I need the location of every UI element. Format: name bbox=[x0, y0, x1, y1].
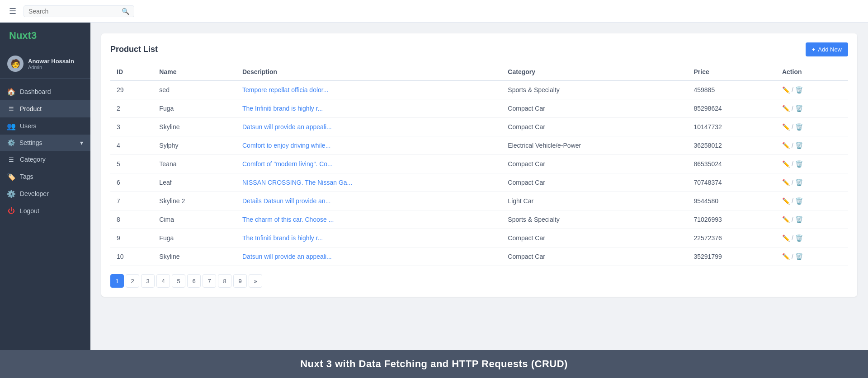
developer-icon: ⚙️ bbox=[7, 190, 15, 198]
edit-button[interactable]: ✏️ bbox=[782, 142, 790, 149]
cell-price: 459885 bbox=[687, 80, 776, 99]
sidebar-item-label: Tags bbox=[20, 173, 33, 180]
edit-button[interactable]: ✏️ bbox=[782, 105, 790, 112]
cell-category: Compact Car bbox=[501, 247, 687, 266]
sidebar-item-label: Category bbox=[20, 156, 46, 163]
product-icon: ☰ bbox=[7, 105, 15, 113]
delete-button[interactable]: 🗑️ bbox=[795, 86, 803, 93]
cell-id: 3 bbox=[110, 118, 153, 136]
cell-id: 8 bbox=[110, 210, 153, 229]
product-table: ID Name Description Category Price Actio… bbox=[110, 64, 848, 266]
hamburger-icon[interactable]: ☰ bbox=[9, 6, 16, 16]
sidebar-logo: Nuxt3 bbox=[0, 23, 90, 49]
cell-name: Skyline bbox=[153, 118, 236, 136]
delete-button[interactable]: 🗑️ bbox=[795, 253, 803, 260]
page-button[interactable]: 6 bbox=[187, 274, 201, 288]
cell-action: ✏️ / 🗑️ bbox=[776, 99, 848, 118]
cell-description: Comfort to enjoy driving while... bbox=[236, 136, 501, 155]
page-button[interactable]: 8 bbox=[218, 274, 231, 288]
cell-id: 10 bbox=[110, 247, 153, 266]
sidebar-item-dashboard[interactable]: 🏠 Dashboard bbox=[0, 83, 90, 100]
page-button[interactable]: 2 bbox=[126, 274, 139, 288]
logo-accent: 3 bbox=[31, 30, 37, 41]
search-input[interactable] bbox=[28, 8, 119, 15]
cell-description: Datsun will provide an appeali... bbox=[236, 118, 501, 136]
edit-button[interactable]: ✏️ bbox=[782, 123, 790, 131]
cell-price: 70748374 bbox=[687, 173, 776, 192]
page-title: Product List bbox=[110, 45, 158, 54]
page-button[interactable]: 5 bbox=[172, 274, 185, 288]
sidebar-item-tags[interactable]: 🏷️ Tags bbox=[0, 168, 90, 185]
cell-description: The charm of this car. Choose ... bbox=[236, 210, 501, 229]
sidebar-item-label: Settings bbox=[19, 139, 42, 146]
edit-button[interactable]: ✏️ bbox=[782, 216, 790, 223]
action-separator: / bbox=[792, 86, 793, 93]
delete-button[interactable]: 🗑️ bbox=[795, 179, 803, 186]
sidebar-item-logout[interactable]: ⏻ Logout bbox=[0, 202, 90, 219]
edit-button[interactable]: ✏️ bbox=[782, 197, 790, 205]
sidebar-item-label: Product bbox=[20, 105, 42, 112]
cell-description: NISSAN CROSSING. The Nissan Ga... bbox=[236, 173, 501, 192]
cell-name: Leaf bbox=[153, 173, 236, 192]
cell-id: 9 bbox=[110, 229, 153, 247]
edit-button[interactable]: ✏️ bbox=[782, 179, 790, 186]
tags-icon: 🏷️ bbox=[7, 173, 15, 181]
page-button[interactable]: 9 bbox=[233, 274, 247, 288]
col-description: Description bbox=[236, 64, 501, 80]
delete-button[interactable]: 🗑️ bbox=[795, 105, 803, 112]
sidebar-item-label: Logout bbox=[20, 207, 39, 215]
col-category: Category bbox=[501, 64, 687, 80]
edit-button[interactable]: ✏️ bbox=[782, 234, 790, 242]
table-row: 6 Leaf NISSAN CROSSING. The Nissan Ga...… bbox=[110, 173, 848, 192]
search-icon[interactable]: 🔍 bbox=[122, 8, 129, 15]
delete-button[interactable]: 🗑️ bbox=[795, 160, 803, 168]
col-id: ID bbox=[110, 64, 153, 80]
delete-button[interactable]: 🗑️ bbox=[795, 197, 803, 205]
sidebar-item-category[interactable]: ☰ Category bbox=[0, 151, 90, 168]
cell-description: Tempore repellat officia dolor... bbox=[236, 80, 501, 99]
footer-banner: Nuxt 3 with Data Fetching and HTTP Reque… bbox=[0, 350, 868, 378]
cell-name: Cima bbox=[153, 210, 236, 229]
cell-description: The Infiniti brand is highly r... bbox=[236, 99, 501, 118]
page-button[interactable]: 7 bbox=[203, 274, 216, 288]
cell-action: ✏️ / 🗑️ bbox=[776, 229, 848, 247]
edit-button[interactable]: ✏️ bbox=[782, 253, 790, 260]
col-action: Action bbox=[776, 64, 848, 80]
user-info: Anowar Hossain Admin bbox=[28, 58, 74, 70]
cell-category: Compact Car bbox=[501, 118, 687, 136]
cell-price: 71026993 bbox=[687, 210, 776, 229]
banner-text: Nuxt 3 with Data Fetching and HTTP Reque… bbox=[300, 358, 568, 369]
action-separator: / bbox=[792, 123, 793, 131]
pagination: 123456789» bbox=[110, 274, 848, 288]
cell-category: Sports & Specialty bbox=[501, 210, 687, 229]
delete-button[interactable]: 🗑️ bbox=[795, 216, 803, 223]
sidebar-item-developer[interactable]: ⚙️ Developer bbox=[0, 185, 90, 202]
cell-price: 86535024 bbox=[687, 155, 776, 173]
table-row: 9 Fuga The Infiniti brand is highly r...… bbox=[110, 229, 848, 247]
cell-id: 4 bbox=[110, 136, 153, 155]
sidebar-item-users[interactable]: 👥 Users bbox=[0, 117, 90, 135]
sidebar-item-label: Developer bbox=[20, 190, 49, 197]
col-name: Name bbox=[153, 64, 236, 80]
cell-id: 6 bbox=[110, 173, 153, 192]
category-icon: ☰ bbox=[7, 155, 15, 163]
add-new-button[interactable]: + Add New bbox=[806, 42, 848, 56]
page-button[interactable]: 4 bbox=[156, 274, 170, 288]
cell-id: 2 bbox=[110, 99, 153, 118]
sidebar-nav: 🏠 Dashboard ☰ Product 👥 Users ⚙️ Setting… bbox=[0, 79, 90, 350]
cell-action: ✏️ / 🗑️ bbox=[776, 136, 848, 155]
cell-name: Sylphy bbox=[153, 136, 236, 155]
sidebar-item-product[interactable]: ☰ Product bbox=[0, 100, 90, 117]
page-button[interactable]: 3 bbox=[141, 274, 155, 288]
page-button[interactable]: » bbox=[249, 274, 262, 288]
cell-action: ✏️ / 🗑️ bbox=[776, 118, 848, 136]
edit-button[interactable]: ✏️ bbox=[782, 86, 790, 93]
col-price: Price bbox=[687, 64, 776, 80]
sidebar-item-settings[interactable]: ⚙️ Settings ▾ bbox=[0, 135, 90, 151]
delete-button[interactable]: 🗑️ bbox=[795, 142, 803, 149]
delete-button[interactable]: 🗑️ bbox=[795, 123, 803, 131]
page-button[interactable]: 1 bbox=[110, 274, 124, 288]
delete-button[interactable]: 🗑️ bbox=[795, 234, 803, 242]
sidebar-item-label: Dashboard bbox=[20, 88, 51, 95]
edit-button[interactable]: ✏️ bbox=[782, 160, 790, 168]
